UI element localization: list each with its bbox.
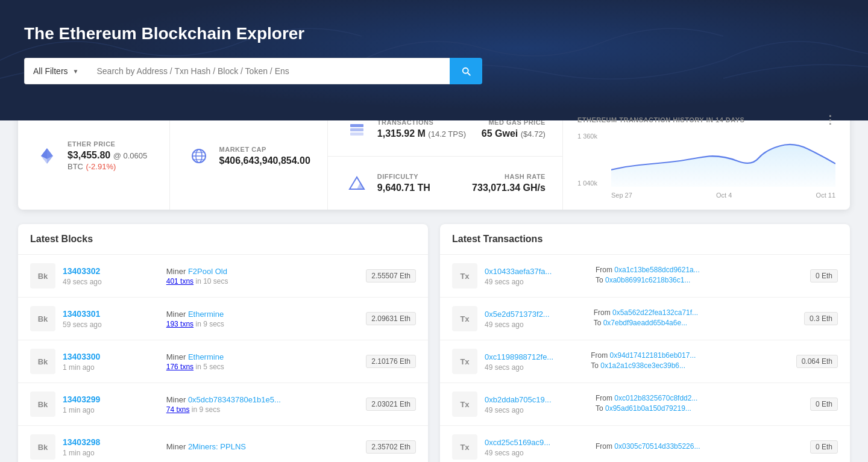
to-address[interactable]: 0x95ad61b0a150d79219... <box>605 404 691 413</box>
tx-meta: 0xb2ddab705c19... 49 secs ago <box>485 394 588 414</box>
search-button[interactable] <box>450 58 482 84</box>
tx-time: 49 secs ago <box>485 320 587 329</box>
table-row: Tx 0xcd25c5169ac9... 49 secs ago From 0x… <box>440 426 850 462</box>
difficulty-icon <box>345 171 369 195</box>
to-address[interactable]: 0x1a2a1c938ce3ec39b6... <box>600 361 685 370</box>
tx-hash[interactable]: 0xc1198988712fe... <box>485 352 553 361</box>
from-address[interactable]: 0x0305c70514d33b5226... <box>614 442 700 451</box>
tx-detail: From 0xa1c13be588dcd9621a... To 0xa0b869… <box>596 266 803 286</box>
filter-dropdown[interactable]: All Filters ▼ <box>24 58 87 84</box>
block-number[interactable]: 13403302 <box>63 266 100 276</box>
to-address[interactable]: 0xa0b86991c6218b36c1... <box>605 276 690 284</box>
table-row: Tx 0xb2ddab705c19... 49 secs ago From 0x… <box>440 383 850 426</box>
transactions-content: TRANSACTIONS 1,315.92 M (14.2 TPS) <box>377 119 466 139</box>
txns-link[interactable]: 401 txns <box>166 277 193 286</box>
miner-link[interactable]: 2Miners: PPLNS <box>188 442 246 451</box>
block-miner-info: Miner F2Pool Old 401 txns in 10 secs <box>166 267 359 286</box>
tx-time: 49 secs ago <box>485 278 588 286</box>
chart-x-label-3: Oct 11 <box>816 192 835 199</box>
tx-amount: 0 Eth <box>810 440 838 454</box>
miner-link[interactable]: Ethermine <box>188 310 224 319</box>
block-meta: 13403302 49 secs ago <box>63 266 159 286</box>
from-address[interactable]: 0xc012b8325670c8fdd2... <box>614 394 697 402</box>
table-row: Bk 13403299 1 min ago Miner 0x5dcb783437… <box>18 383 428 426</box>
svg-rect-11 <box>350 133 363 136</box>
tx-to: To 0xa0b86991c6218b36c1... <box>596 276 803 284</box>
table-row: Tx 0xc1198988712fe... 49 secs ago From 0… <box>440 340 850 383</box>
tx-meta: 0x10433aefa37fa... 49 secs ago <box>485 266 588 286</box>
block-miner-info: Miner 2Miners: PPLNS <box>166 442 359 452</box>
block-miner: Miner F2Pool Old <box>166 267 359 276</box>
miner-link[interactable]: Ethermine <box>188 352 224 361</box>
txns-link[interactable]: 193 txns <box>166 320 193 328</box>
block-icon: Bk <box>30 392 55 417</box>
chart-title-text: ETHEREUM TRANSACTION HISTORY IN 14 DAYS <box>577 116 744 123</box>
to-address[interactable]: 0x7ebdf9aeadd65b4a6e... <box>603 319 687 327</box>
search-bar: All Filters ▼ <box>24 58 482 84</box>
tx-hash[interactable]: 0xcd25c5169ac9... <box>485 438 550 447</box>
page-title: The Ethereum Blockchain Explorer <box>24 24 844 43</box>
miner-link[interactable]: 0x5dcb78343780e1b1e5... <box>188 395 281 404</box>
block-reward: 2.55507 Eth <box>366 269 416 283</box>
tx-from: From 0x94d17412181b6eb017... <box>591 351 788 360</box>
block-time: 49 secs ago <box>63 278 159 286</box>
tx-amount: 0 Eth <box>810 269 838 283</box>
block-reward: 2.09631 Eth <box>366 312 416 325</box>
miner-link[interactable]: F2Pool Old <box>188 267 227 276</box>
difficulty-content: DIFFICULTY 9,640.71 TH <box>377 173 430 193</box>
tx-icon: Tx <box>452 306 477 331</box>
tx-hash[interactable]: 0xb2ddab705c19... <box>485 395 552 404</box>
tx-amount: 0.3 Eth <box>804 312 838 325</box>
block-number[interactable]: 13403299 <box>63 395 100 404</box>
tx-hash[interactable]: 0x5e2d571373f2... <box>485 310 550 319</box>
block-number[interactable]: 13403300 <box>63 352 100 361</box>
tx-to: To 0x95ad61b0a150d79219... <box>596 404 803 413</box>
svg-marker-13 <box>357 182 364 189</box>
chart-menu-icon[interactable]: ⋮ <box>825 113 836 126</box>
search-icon <box>461 66 471 76</box>
from-address[interactable]: 0x94d17412181b6eb017... <box>610 351 696 360</box>
tx-hash[interactable]: 0x10433aefa37fa... <box>485 267 552 276</box>
block-txns: 193 txns in 9 secs <box>166 320 359 328</box>
txns-time: in 9 secs <box>192 405 220 414</box>
ether-price-value: $3,455.80 @ 0.0605 BTC (-2.91%) <box>68 150 153 172</box>
chart-svg <box>611 133 835 187</box>
block-icon: Bk <box>30 263 55 289</box>
block-reward: 2.03021 Eth <box>366 398 416 411</box>
block-number[interactable]: 13403301 <box>63 309 100 319</box>
block-number[interactable]: 13403298 <box>63 437 100 447</box>
block-miner: Miner Ethermine <box>166 310 359 319</box>
block-meta: 13403298 1 min ago <box>63 437 159 457</box>
hash-rate-content: HASH RATE 733,071.34 GH/s <box>472 173 546 193</box>
table-row: Bk 13403302 49 secs ago Miner F2Pool Old… <box>18 255 428 298</box>
from-address[interactable]: 0xa1c13be588dcd9621a... <box>614 266 699 274</box>
chart-y-labels: 1 360k 1 040k <box>577 133 606 187</box>
txns-link[interactable]: 74 txns <box>166 405 190 414</box>
chart-y-max: 1 360k <box>577 133 606 140</box>
tx-meta: 0xcd25c5169ac9... 49 secs ago <box>485 437 588 457</box>
block-miner: Miner 2Miners: PPLNS <box>166 442 359 451</box>
tx-from: From 0xa1c13be588dcd9621a... <box>596 266 803 274</box>
block-time: 1 min ago <box>63 449 159 457</box>
search-input[interactable] <box>87 58 450 84</box>
chevron-down-icon: ▼ <box>73 68 79 75</box>
block-txns: 401 txns in 10 secs <box>166 277 359 286</box>
tx-from: From 0x0305c70514d33b5226... <box>596 442 803 451</box>
market-cap-value: $406,643,940,854.00 <box>219 155 310 166</box>
chart-x-label-1: Sep 27 <box>611 192 632 199</box>
block-meta: 13403300 1 min ago <box>63 351 159 372</box>
difficulty-row: DIFFICULTY 9,640.71 TH HASH RATE 733,071… <box>328 157 562 210</box>
tx-icon: Tx <box>452 263 477 289</box>
chart-wrapper: 1 360k 1 040k Sep 27 Oct 4 <box>577 133 835 199</box>
tx-icon: Tx <box>452 392 477 417</box>
txns-link[interactable]: 176 txns <box>166 363 193 371</box>
txns-time: in 5 secs <box>195 363 224 371</box>
from-address[interactable]: 0x5a562d22fea132ca71f... <box>612 308 698 317</box>
block-miner-info: Miner Ethermine 193 txns in 9 secs <box>166 310 359 328</box>
tx-meta: 0x5e2d571373f2... 49 secs ago <box>485 308 587 329</box>
block-icon: Bk <box>30 306 55 331</box>
tx-amount: 0.064 Eth <box>796 355 838 368</box>
eth-icon <box>35 144 59 168</box>
latest-transactions-panel: Latest Transactions Tx 0x10433aefa37fa..… <box>440 224 850 462</box>
market-cap-content: MARKET CAP $406,643,940,854.00 <box>219 146 310 166</box>
